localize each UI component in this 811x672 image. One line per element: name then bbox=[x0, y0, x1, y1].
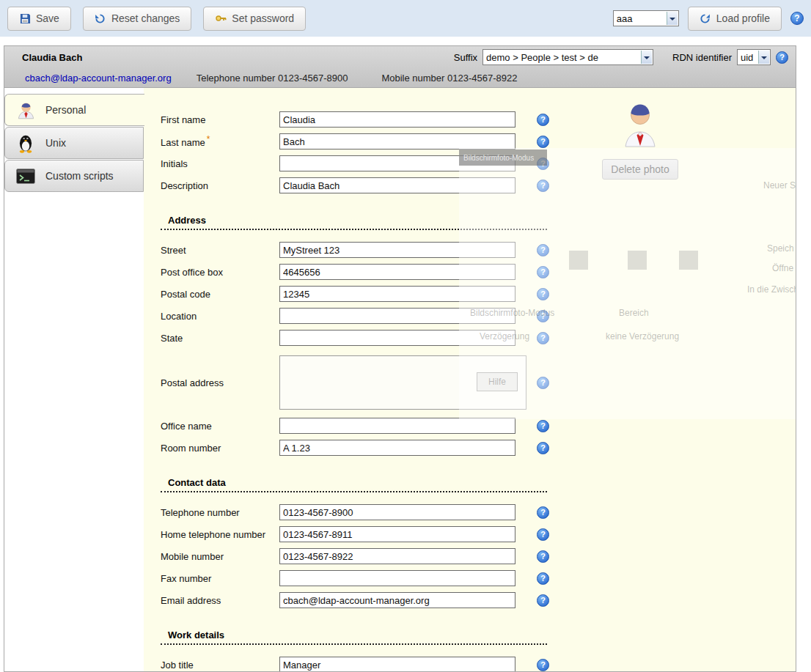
help-icon[interactable]: ? bbox=[537, 420, 549, 432]
field-label: Mobile number bbox=[161, 551, 279, 562]
header-mobile: Mobile number 0123-4567-8922 bbox=[381, 73, 517, 84]
field-label: Post office box bbox=[161, 267, 279, 278]
person-icon bbox=[15, 100, 37, 120]
field-label: Office name bbox=[161, 421, 279, 432]
input-email-address[interactable] bbox=[279, 592, 515, 608]
input-telephone-number[interactable] bbox=[279, 504, 515, 520]
personal-form: First name?Last name*?Initials?Descripti… bbox=[144, 88, 796, 671]
input-room-number[interactable] bbox=[279, 440, 515, 456]
load-profile-button[interactable]: Load profile bbox=[688, 7, 782, 31]
rdn-select[interactable]: uid bbox=[738, 50, 770, 64]
field-label: Home telephone number bbox=[161, 529, 279, 540]
input-location[interactable] bbox=[279, 308, 515, 324]
field-row: Location? bbox=[161, 305, 796, 327]
help-icon[interactable]: ? bbox=[537, 594, 549, 607]
profile-select[interactable]: aaa bbox=[614, 11, 678, 26]
help-icon[interactable]: ? bbox=[537, 506, 549, 519]
input-fax-number[interactable] bbox=[279, 570, 515, 586]
top-fields: First name?Last name*?Initials?Descripti… bbox=[161, 108, 796, 196]
suffix-select-wrap: demo > People > test > de bbox=[482, 49, 653, 65]
required-marker: * bbox=[207, 134, 210, 144]
field-label: Room number bbox=[161, 443, 279, 454]
input-postal-address[interactable] bbox=[279, 355, 526, 410]
tab-label: Unix bbox=[45, 137, 66, 149]
save-button[interactable]: Save bbox=[7, 7, 71, 31]
account-header: Claudia Bach Suffix demo > People > test… bbox=[4, 46, 796, 88]
rdn-select-wrap: uid bbox=[737, 49, 771, 65]
input-last-name[interactable] bbox=[279, 133, 515, 149]
help-icon[interactable]: ? bbox=[537, 528, 549, 541]
section-title: Address bbox=[161, 215, 547, 230]
field-row: Postal address? bbox=[161, 352, 796, 413]
help-icon[interactable]: ? bbox=[537, 158, 549, 170]
delete-photo-button[interactable]: Delete photo bbox=[602, 159, 678, 180]
help-icon[interactable]: ? bbox=[537, 136, 549, 148]
input-street[interactable] bbox=[279, 242, 515, 258]
input-description[interactable] bbox=[279, 177, 515, 193]
field-row: Mobile number? bbox=[161, 545, 796, 567]
help-icon[interactable]: ? bbox=[537, 442, 549, 454]
input-office-name[interactable] bbox=[279, 418, 515, 434]
help-icon[interactable]: ? bbox=[537, 244, 549, 256]
input-home-telephone-number[interactable] bbox=[279, 526, 515, 542]
help-icon[interactable]: ? bbox=[537, 310, 549, 322]
input-initials[interactable] bbox=[279, 155, 515, 171]
input-postal-code[interactable] bbox=[279, 286, 515, 302]
field-row: Fax number? bbox=[161, 567, 796, 589]
suffix-label: Suffix bbox=[454, 52, 477, 63]
rdn-label: RDN identifier bbox=[672, 52, 732, 63]
help-icon[interactable]: ? bbox=[537, 180, 549, 192]
field-label: Initials bbox=[161, 158, 279, 169]
field-label: Postal address bbox=[161, 377, 279, 388]
help-icon[interactable]: ? bbox=[776, 51, 788, 64]
help-icon[interactable]: ? bbox=[537, 572, 549, 585]
field-label: Location bbox=[161, 311, 279, 322]
field-row: Room number? bbox=[161, 437, 796, 459]
help-icon[interactable]: ? bbox=[537, 114, 549, 126]
account-title: Claudia Bach bbox=[22, 52, 82, 63]
field-row: Initials? bbox=[161, 152, 796, 174]
help-icon[interactable]: ? bbox=[537, 266, 549, 278]
suffix-select[interactable]: demo > People > test > de bbox=[483, 50, 653, 64]
tab-label: Personal bbox=[45, 104, 86, 116]
field-row: Post office box? bbox=[161, 261, 796, 283]
help-icon[interactable]: ? bbox=[537, 377, 549, 389]
input-mobile-number[interactable] bbox=[279, 548, 515, 564]
field-label: Description bbox=[161, 180, 279, 191]
tux-icon bbox=[15, 133, 37, 153]
tab-custom-scripts[interactable]: Custom scripts bbox=[4, 160, 144, 192]
save-button-label: Save bbox=[36, 12, 59, 24]
help-icon[interactable]: ? bbox=[790, 12, 804, 25]
input-job-title[interactable] bbox=[279, 657, 515, 672]
help-icon[interactable]: ? bbox=[537, 659, 549, 671]
field-row: Office name? bbox=[161, 415, 796, 437]
input-state[interactable] bbox=[279, 330, 515, 346]
help-icon[interactable]: ? bbox=[537, 332, 549, 344]
field-label: Job title bbox=[161, 660, 279, 671]
field-row: Home telephone number? bbox=[161, 523, 796, 545]
tab-list: PersonalUnixCustom scripts bbox=[4, 88, 144, 671]
load-profile-label: Load profile bbox=[716, 12, 770, 24]
field-label: Telephone number bbox=[161, 507, 279, 518]
field-label: First name bbox=[161, 114, 279, 125]
help-icon[interactable]: ? bbox=[537, 288, 549, 300]
input-first-name[interactable] bbox=[279, 111, 515, 128]
user-photo bbox=[623, 139, 657, 150]
key-icon bbox=[215, 12, 227, 24]
refresh-icon bbox=[700, 12, 711, 24]
field-label: Email address bbox=[161, 595, 279, 606]
set-password-button[interactable]: Set password bbox=[203, 7, 306, 31]
tab-personal[interactable]: Personal bbox=[4, 94, 144, 126]
tab-unix[interactable]: Unix bbox=[4, 127, 144, 159]
field-row: Job title? bbox=[161, 654, 796, 672]
toolbar: Save Reset changes Set password aaa Load… bbox=[0, 0, 811, 37]
field-row: State? bbox=[161, 327, 796, 349]
profile-select-wrap: aaa bbox=[613, 10, 679, 26]
field-label: Postal code bbox=[161, 289, 279, 300]
header-telephone: Telephone number 0123-4567-8900 bbox=[197, 73, 348, 84]
help-icon[interactable]: ? bbox=[537, 550, 549, 563]
email-link[interactable]: cbach@ldap-account-manager.org bbox=[25, 73, 172, 84]
input-post-office-box[interactable] bbox=[279, 264, 515, 280]
tab-label: Custom scripts bbox=[45, 170, 114, 182]
reset-changes-button[interactable]: Reset changes bbox=[83, 7, 191, 31]
